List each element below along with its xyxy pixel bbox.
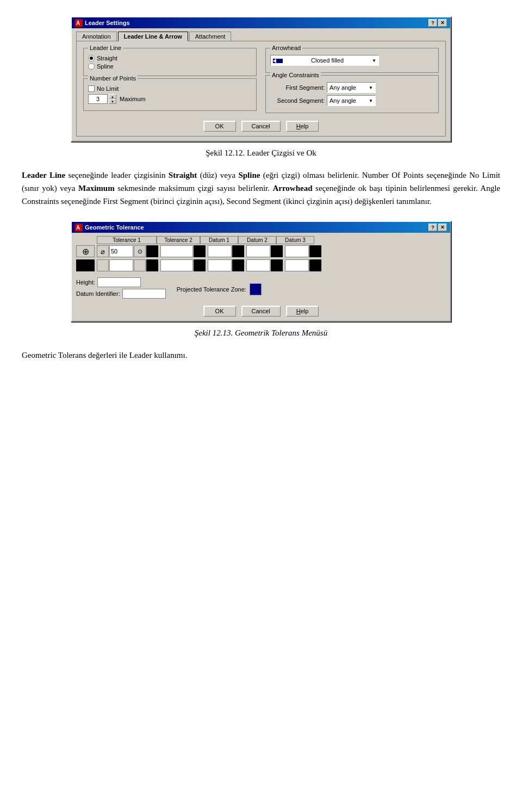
gt-projected-label: Projected Tolerance Zone: xyxy=(177,286,246,293)
gt-datum-id-row: Datum Identifier: xyxy=(76,289,166,299)
leader-line-group: Leader Line Straight Spline xyxy=(83,48,257,76)
gt-datum3-row2 xyxy=(285,259,321,271)
p1-arrowhead: Arrowhead xyxy=(272,184,312,193)
gt-tol1-input1[interactable]: 50 xyxy=(109,245,133,257)
gt-tol2-input2[interactable] xyxy=(160,259,193,271)
dialog2-title-buttons: ? ✕ xyxy=(428,224,447,231)
dialog1-tab-row: Annotation Leader Line & Arrow Attachmen… xyxy=(76,32,446,41)
number-of-points-group: Number of Points No Limit 3 ▲ ▼ xyxy=(83,78,257,111)
dialog2-ok-btn[interactable]: OK xyxy=(203,306,236,317)
arrowhead-group: Arrowhead C xyxy=(265,48,439,73)
dialog1-ok-btn[interactable]: OK xyxy=(203,121,236,132)
gt-tol1-black2[interactable] xyxy=(146,259,158,271)
gt-datum2-row2 xyxy=(246,259,283,271)
radio-straight[interactable]: Straight xyxy=(88,55,252,61)
gt-datum2-row1 xyxy=(246,245,283,257)
gt-tol1-row1: ⌀ 50 ⊙ xyxy=(97,245,158,257)
gt-datum3-input1[interactable] xyxy=(285,245,309,257)
second-segment-row: Second Segment: Any angle ▼ xyxy=(270,95,434,106)
second-segment-dropdown[interactable]: Any angle ▼ xyxy=(327,95,376,106)
gt-datum-id-input[interactable] xyxy=(122,289,166,299)
arrowhead-dropdown-arrow-icon: ▼ xyxy=(372,58,376,63)
dialog1-help-btn[interactable]: Help xyxy=(286,121,319,132)
gt-height-label: Height: xyxy=(76,279,95,286)
leader-line-group-label: Leader Line xyxy=(88,45,123,51)
gt-tol2-black2[interactable] xyxy=(194,259,206,271)
dialog1-help-title-btn[interactable]: ? xyxy=(428,19,437,27)
no-limit-label: No Limit xyxy=(97,85,119,92)
gt-datum1-black-box1[interactable] xyxy=(232,245,244,257)
no-limit-checkbox[interactable] xyxy=(88,85,95,92)
gt-sym-cell1[interactable]: ⊕ xyxy=(76,245,95,257)
maximum-input[interactable]: 3 xyxy=(88,94,108,104)
radio-spline-circle[interactable] xyxy=(88,63,95,70)
first-segment-row: First Segment: Any angle ▼ xyxy=(270,82,434,93)
gt-datum1-input2[interactable] xyxy=(208,259,232,271)
gt-datum1-input1[interactable] xyxy=(208,245,232,257)
arrowhead-dropdown-row: Closed filled ▼ xyxy=(270,55,434,66)
tab-leader-line-arrow[interactable]: Leader Line & Arrow xyxy=(118,32,188,41)
dialog2-close-title-btn[interactable]: ✕ xyxy=(438,224,447,231)
dialog2-cancel-btn[interactable]: Cancel xyxy=(241,306,281,317)
dialog1-two-col: Leader Line Straight Spline xyxy=(81,46,441,115)
gt-datum2-input2[interactable] xyxy=(246,259,270,271)
dialog2-title-left: A Geometric Tolerance xyxy=(75,224,144,231)
gt-projected-zone-row: Projected Tolerance Zone: xyxy=(177,278,262,300)
dialog1-app-icon: A xyxy=(75,19,83,27)
gt-tol1-black-box1[interactable] xyxy=(146,245,158,257)
gt-datum1-header: Datum 1 xyxy=(200,236,238,244)
maximum-row: 3 ▲ ▼ Maximum xyxy=(88,94,252,104)
gt-tol2-black-box1[interactable] xyxy=(194,245,206,257)
radio-spline[interactable]: Spline xyxy=(88,63,252,70)
tab-attachment[interactable]: Attachment xyxy=(189,32,232,41)
gt-datum3-header: Datum 3 xyxy=(276,236,314,244)
leader-line-options: Straight Spline xyxy=(88,55,252,70)
paragraph1: Leader Line seçeneğinde leader çizgisini… xyxy=(22,169,500,208)
arrowhead-icon xyxy=(273,57,285,64)
gt-datum2-input1[interactable] xyxy=(246,245,270,257)
gt-datum2-header: Datum 2 xyxy=(238,236,276,244)
spinner-up-btn[interactable]: ▲ xyxy=(109,94,116,99)
p1-maximum: Maximum xyxy=(78,184,115,193)
dialog1-body: Annotation Leader Line & Arrow Attachmen… xyxy=(72,28,450,141)
number-of-points-label: Number of Points xyxy=(88,75,138,82)
gt-tol1-clock-sym1[interactable]: ⊙ xyxy=(134,245,146,257)
arrowhead-dropdown[interactable]: Closed filled ▼ xyxy=(270,55,379,66)
first-segment-dropdown[interactable]: Any angle ▼ xyxy=(327,82,376,93)
gt-row2 xyxy=(76,259,446,271)
gt-bottom-section: Height: Datum Identifier: Projected Tole… xyxy=(76,276,446,300)
first-segment-dropdown-arrow-icon: ▼ xyxy=(369,85,373,90)
dialog2-help-title-btn[interactable]: ? xyxy=(428,224,437,231)
gt-datum3-black-box1[interactable] xyxy=(309,245,321,257)
spinner-down-btn[interactable]: ▼ xyxy=(109,99,116,104)
no-limit-row[interactable]: No Limit xyxy=(88,85,252,92)
p1-text2: (düz) veya xyxy=(197,171,238,179)
dialog2-help-btn[interactable]: Help xyxy=(286,306,319,317)
gt-datum2-black2[interactable] xyxy=(271,259,283,271)
gt-tol2-row1 xyxy=(160,245,206,257)
angle-constraints-label: Angle Constraints xyxy=(270,72,321,78)
gt-tol2-input1[interactable] xyxy=(160,245,193,257)
geometric-tolerance-dialog: A Geometric Tolerance ? ✕ Tolerance 1 To… xyxy=(71,221,451,322)
dialog1-title: Leader Settings xyxy=(85,20,130,26)
dialog1-close-title-btn[interactable]: ✕ xyxy=(438,19,447,27)
gt-datum2-black-box1[interactable] xyxy=(271,245,283,257)
gt-datum3-black2[interactable] xyxy=(309,259,321,271)
tab-annotation[interactable]: Annotation xyxy=(76,32,117,41)
gt-tol1-input2[interactable] xyxy=(109,259,133,271)
dialog1-btn-row: OK Cancel Help xyxy=(81,121,441,132)
gt-diameter-sym1[interactable]: ⌀ xyxy=(97,245,109,257)
radio-straight-circle[interactable] xyxy=(88,55,95,61)
gt-height-input[interactable] xyxy=(97,277,141,287)
gt-row1: ⊕ ⌀ 50 ⊙ xyxy=(76,245,446,257)
gt-tolerance2-header: Tolerance 2 xyxy=(157,236,200,244)
dialog1-cancel-btn[interactable]: Cancel xyxy=(241,121,281,132)
gt-datum3-input2[interactable] xyxy=(285,259,309,271)
dialog1-col-left: Leader Line Straight Spline xyxy=(81,46,259,115)
dialog1-tab-content: Leader Line Straight Spline xyxy=(76,41,446,137)
gt-datum1-black2[interactable] xyxy=(232,259,244,271)
gt-column-headers: Tolerance 1 Tolerance 2 Datum 1 Datum 2 … xyxy=(76,236,446,244)
maximum-label: Maximum xyxy=(120,96,146,102)
gt-projected-color-box[interactable] xyxy=(250,283,262,295)
gt-sym-black2[interactable] xyxy=(76,259,95,271)
